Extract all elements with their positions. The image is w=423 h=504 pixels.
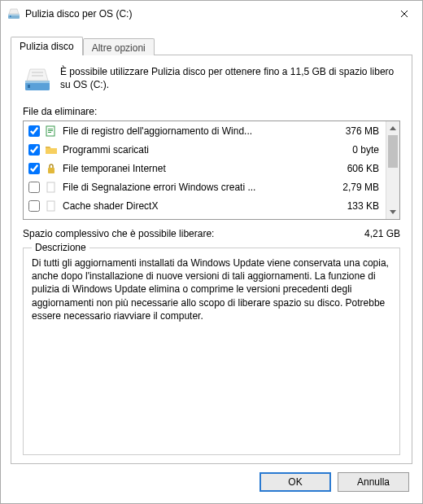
svg-rect-5 [28,85,30,88]
file-checkbox[interactable] [28,163,40,174]
svg-rect-4 [25,81,50,83]
total-value: 4,21 GB [364,228,400,239]
file-row[interactable]: Programmi scaricati 0 byte [24,140,386,159]
file-name: File di registro dell'aggiornamento di W… [63,125,324,137]
blank-file-icon [45,181,58,194]
svg-rect-7 [32,75,43,77]
description-legend: Descrizione [32,242,89,253]
svg-rect-13 [47,182,55,192]
file-checkbox[interactable] [28,125,40,137]
file-row[interactable]: Cache shader DirectX 133 KB [24,196,386,215]
svg-rect-6 [32,72,43,73]
file-size: 0 byte [329,144,381,156]
info-text: È possibile utilizzare Pulizia disco per… [60,65,400,94]
file-name: Programmi scaricati [63,144,324,156]
svg-rect-12 [48,168,55,173]
content-area: Pulizia disco Altre opzioni È possibile … [1,27,422,464]
file-list: File di registro dell'aggiornamento di W… [23,121,400,220]
ok-button[interactable]: OK [259,472,331,492]
files-label: File da eliminare: [23,106,400,117]
blank-file-icon [45,199,58,213]
file-checkbox[interactable] [28,182,40,193]
tab-cleanup[interactable]: Pulizia disco [11,37,83,55]
description-group: Descrizione Di tutti gli aggiornamenti i… [23,248,400,455]
file-size: 133 KB [329,200,381,212]
file-checkbox[interactable] [28,144,40,156]
file-row[interactable]: File di registro dell'aggiornamento di W… [24,121,386,140]
file-name: File temporanei Internet [63,163,324,174]
scrollbar[interactable] [386,121,399,219]
tab-options[interactable]: Altre opzioni [83,38,155,55]
titlebar: Pulizia disco per OS (C:) [1,1,422,27]
svg-rect-11 [48,132,51,133]
file-size: 2,79 MB [329,182,381,193]
file-checkbox[interactable] [28,200,40,212]
svg-rect-2 [10,15,11,17]
svg-rect-9 [48,129,53,129]
scroll-track[interactable] [386,135,399,205]
file-size: 376 MB [329,125,381,137]
lock-icon [45,162,58,175]
description-text: Di tutti gli aggiornamenti installati da… [32,256,391,322]
window-title: Pulizia disco per OS (C:) [25,8,386,20]
svg-rect-14 [47,201,55,211]
scroll-thumb[interactable] [388,135,398,168]
folder-icon [45,143,58,156]
scroll-down-button[interactable] [386,205,399,219]
file-row[interactable]: File temporanei Internet 606 KB [24,159,386,177]
total-row: Spazio complessivo che è possibile liber… [23,228,400,239]
file-row[interactable]: File di Segnalazione errori Windows crea… [24,177,386,196]
file-list-body: File di registro dell'aggiornamento di W… [24,121,386,219]
drive-icon [23,65,52,94]
scroll-up-button[interactable] [386,121,399,135]
disk-cleanup-icon [7,7,20,20]
cancel-button[interactable]: Annulla [338,472,409,492]
total-label: Spazio complessivo che è possibile liber… [23,228,364,239]
log-file-icon [45,125,58,138]
info-row: È possibile utilizzare Pulizia disco per… [23,65,400,94]
tab-panel-cleanup: È possibile utilizzare Pulizia disco per… [11,55,412,464]
svg-rect-10 [48,130,53,131]
file-size: 606 KB [329,163,381,174]
file-name: Cache shader DirectX [63,200,324,212]
tab-strip: Pulizia disco Altre opzioni [11,37,412,55]
close-button[interactable] [386,1,422,27]
svg-rect-1 [8,14,20,15]
button-row: OK Annulla [1,464,422,503]
file-name: File di Segnalazione errori Windows crea… [63,182,324,193]
